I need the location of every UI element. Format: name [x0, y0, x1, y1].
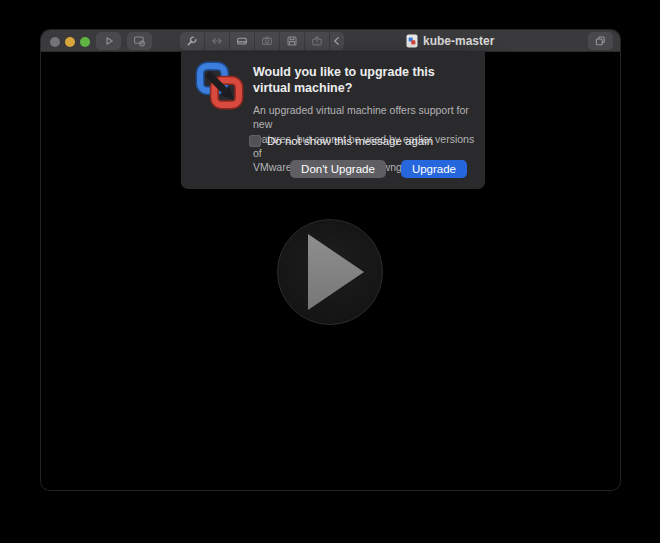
play-outline-icon — [103, 35, 115, 47]
dont-show-again-checkbox[interactable]: Do not show this message again — [249, 135, 433, 147]
wrench-icon — [186, 35, 198, 47]
snapshot-camera-button[interactable] — [255, 32, 280, 50]
display-restore-icon — [133, 35, 146, 47]
resize-button[interactable] — [205, 32, 230, 50]
window-title: kube-master — [423, 34, 494, 48]
settings-button[interactable] — [180, 32, 205, 50]
dialog-title-line2: virtual machine? — [253, 80, 475, 96]
export-button[interactable] — [305, 32, 330, 50]
vmware-fusion-window: kube-master Would you like to upgrade th… — [41, 30, 620, 490]
minimize-button[interactable] — [65, 37, 75, 47]
start-vm-button[interactable] — [96, 32, 121, 50]
toggle-display-mode-button[interactable] — [588, 32, 613, 50]
floppy-icon — [286, 35, 298, 47]
vmware-document-icon — [406, 34, 418, 48]
checkbox-label: Do not show this message again — [267, 135, 433, 147]
play-icon — [278, 220, 382, 324]
drive-icon — [236, 35, 248, 47]
dialog-text-block: Would you like to upgrade this virtual m… — [253, 64, 475, 174]
window-title-group: kube-master — [406, 33, 494, 49]
overlapping-windows-icon — [594, 35, 607, 47]
close-button[interactable] — [50, 37, 60, 47]
dialog-title: Would you like to upgrade this virtual m… — [253, 64, 475, 96]
dialog-title-line1: Would you like to upgrade this — [253, 64, 475, 80]
horizontal-arrows-icon — [211, 35, 223, 47]
snapshots-button[interactable] — [127, 32, 152, 50]
start-vm-overlay-button[interactable] — [277, 219, 383, 325]
vm-toolbar — [180, 32, 344, 50]
vmware-fusion-logo-icon — [195, 61, 244, 110]
chevron-left-icon — [331, 35, 343, 47]
camera-icon — [261, 35, 273, 47]
save-button[interactable] — [280, 32, 305, 50]
dialog-body-line1: An upgraded virtual machine offers suppo… — [253, 103, 475, 132]
dialog-button-row: Don't Upgrade Upgrade — [290, 160, 467, 178]
collapse-toolbar-button[interactable] — [330, 32, 344, 50]
checkbox-box[interactable] — [249, 135, 261, 147]
upgrade-dialog: Would you like to upgrade this virtual m… — [181, 52, 485, 189]
export-arrow-icon — [311, 35, 323, 47]
upgrade-button[interactable]: Upgrade — [401, 160, 467, 178]
dont-upgrade-button[interactable]: Don't Upgrade — [290, 160, 386, 178]
hard-disk-button[interactable] — [230, 32, 255, 50]
window-titlebar[interactable]: kube-master — [41, 30, 620, 52]
zoom-button[interactable] — [80, 37, 90, 47]
